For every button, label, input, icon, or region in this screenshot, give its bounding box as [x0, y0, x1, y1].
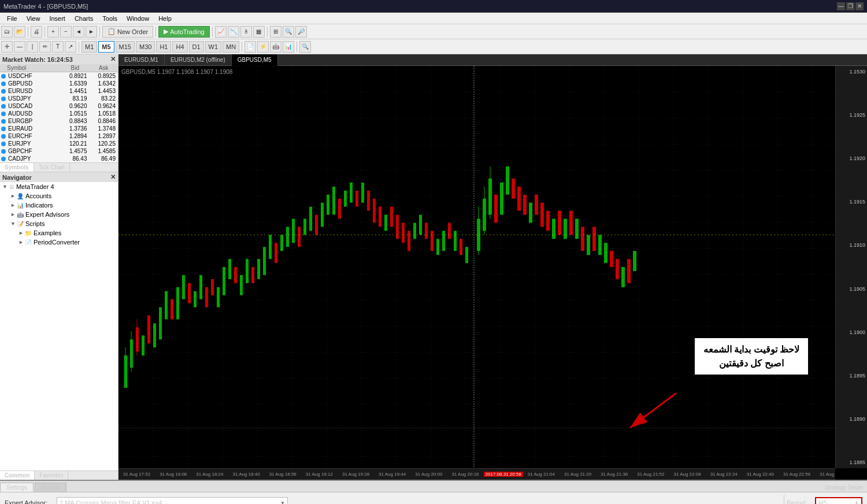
market-watch-close[interactable]: ✕ — [110, 55, 116, 63]
market-watch-row[interactable]: EURJPY 120.21 120.25 — [0, 140, 118, 147]
search-btn[interactable]: 🔍 — [299, 41, 311, 53]
tf-h4[interactable]: H4 — [172, 41, 187, 53]
mw-dot — [1, 142, 6, 146]
svg-rect-70 — [506, 166, 509, 195]
tree-expand-icon[interactable]: ► — [18, 230, 24, 236]
nav-tree-item[interactable]: ► 🤖 Expert Advisors — [0, 210, 118, 219]
tf-d1[interactable]: D1 — [189, 41, 204, 53]
close-btn[interactable]: ✕ — [855, 2, 864, 10]
tf-h1[interactable]: H1 — [156, 41, 171, 53]
indicators-btn[interactable]: 📊 — [283, 41, 294, 53]
menu-charts[interactable]: Charts — [70, 13, 98, 24]
text-btn[interactable]: T — [52, 41, 64, 53]
tf-m15[interactable]: M15 — [116, 41, 135, 53]
market-watch-row[interactable]: EURCHF 1.2894 1.2897 — [0, 132, 118, 140]
chart-btn2[interactable]: 📉 — [228, 26, 239, 38]
zoom-out-btn[interactable]: − — [60, 26, 72, 38]
print-btn[interactable]: 🖨 — [31, 26, 42, 38]
tree-expand-icon[interactable]: ► — [18, 239, 24, 245]
nav-tree-item[interactable]: ► 📊 Indicators — [0, 201, 118, 210]
chart-tab-eurusd-m1[interactable]: EURUSD,M1 — [118, 54, 165, 66]
menu-insert[interactable]: Insert — [45, 13, 70, 24]
tab-journal[interactable]: Journal — [35, 483, 66, 492]
period-sep-btn[interactable]: ⚡ — [257, 41, 269, 53]
chart-tab-gbpusd-m5[interactable]: GBPUSD,M5 — [232, 54, 278, 66]
mw-dot — [1, 81, 6, 86]
market-watch-tabs: Symbols Tick Chart — [0, 162, 118, 172]
chart-btn1[interactable]: 📈 — [215, 26, 227, 38]
chart-svg[interactable] — [118, 66, 835, 468]
open-btn[interactable]: 📂 — [14, 26, 25, 38]
market-watch-row[interactable]: USDCAD 0.9620 0.9624 — [0, 102, 118, 110]
tree-expand-icon[interactable]: ► — [10, 212, 16, 217]
nav-tree-item[interactable]: ► 📁 Examples — [0, 228, 118, 238]
nav-tab-favorites[interactable]: Favorites — [35, 471, 68, 480]
menu-file[interactable]: File — [2, 13, 22, 24]
draw-btn[interactable]: ✏ — [39, 41, 51, 53]
line-btn[interactable]: — — [14, 41, 25, 53]
tf-m30[interactable]: M30 — [136, 41, 155, 53]
chart-tab-eurusd-m2[interactable]: EURUSD,M2 (offline) — [165, 54, 232, 66]
new-order-btn[interactable]: 📋 New Order — [102, 26, 153, 38]
zoom-in2-btn[interactable]: 🔎 — [295, 26, 307, 38]
tf-mn[interactable]: MN — [223, 41, 239, 53]
tree-expand-icon[interactable]: ► — [10, 202, 16, 208]
ea-row: Expert Advisor: 2 MA Crosses Mega filter… — [5, 497, 781, 504]
menu-window[interactable]: Window — [122, 13, 154, 24]
zoom-fit-btn[interactable]: ⊞ — [270, 26, 281, 38]
template-btn[interactable]: 📄 — [244, 41, 256, 53]
minimize-btn[interactable]: — — [837, 2, 845, 10]
menu-help[interactable]: Help — [154, 13, 176, 24]
market-watch-row[interactable]: USDCHF 0.8921 0.8925 — [0, 72, 118, 80]
market-watch: Market Watch: 16:24:53 ✕ Symbol Bid Ask … — [0, 54, 118, 172]
menu-tools[interactable]: Tools — [98, 13, 122, 24]
arr-btn[interactable]: ↗ — [65, 41, 76, 53]
nav-tree-item[interactable]: ▼ 🖥 MetaTrader 4 — [0, 182, 118, 191]
tab-settings[interactable]: Settings — [0, 483, 34, 492]
zoom-in-btn[interactable]: + — [47, 26, 59, 38]
mw-tab-symbols[interactable]: Symbols — [0, 163, 34, 172]
menu-view[interactable]: View — [22, 13, 45, 24]
nav-tree-item[interactable]: ► 👤 Accounts — [0, 191, 118, 201]
nav-right-btn[interactable]: ► — [86, 26, 97, 38]
nav-left-btn[interactable]: ◄ — [73, 26, 84, 38]
chart-btn3[interactable]: 🕯 — [240, 26, 252, 38]
market-watch-row[interactable]: CADJPY 86.43 86.49 — [0, 155, 118, 162]
svg-rect-56 — [419, 215, 422, 235]
chart-canvas[interactable]: GBPUSD,M5 1.1907 1.1908 1.1907 1.1908 — [118, 66, 867, 480]
tf-w1[interactable]: W1 — [205, 41, 222, 53]
autotrading-btn[interactable]: ▶ AutoTrading — [158, 26, 210, 38]
experts-btn[interactable]: 🤖 — [270, 41, 281, 53]
market-watch-row[interactable]: GBPUSD 1.6339 1.6342 — [0, 80, 118, 87]
chart-btn4[interactable]: ▦ — [253, 26, 265, 38]
tf-m5[interactable]: M5 — [98, 41, 114, 53]
window-controls[interactable]: — ❐ ✕ — [837, 2, 864, 10]
market-watch-row[interactable]: EURUSD 1.4451 1.4453 — [0, 87, 118, 95]
mw-tab-tick[interactable]: Tick Chart — [34, 163, 70, 172]
time-20: 31 Aug 23:12 — [815, 472, 835, 477]
maximize-btn[interactable]: ❐ — [846, 2, 854, 10]
market-watch-row[interactable]: GBPCHF 1.4575 1.4585 — [0, 147, 118, 155]
svg-rect-34 — [292, 218, 295, 243]
market-watch-row[interactable]: EURGBP 0.8843 0.8846 — [0, 117, 118, 125]
left-panel: Market Watch: 16:24:53 ✕ Symbol Bid Ask … — [0, 54, 118, 480]
tree-expand-icon[interactable]: ▼ — [10, 221, 16, 227]
navigator-close[interactable]: ✕ — [110, 173, 116, 181]
ea-dropdown[interactable]: 2 MA Crosses Mega filter EA V1.ex4 ▼ — [57, 497, 288, 504]
crosshair-btn[interactable]: ✛ — [1, 41, 13, 53]
new-btn[interactable]: 🗂 — [1, 26, 13, 38]
nav-tree-item[interactable]: ► 📄 PeriodConverter — [0, 238, 118, 247]
tf-m1[interactable]: M1 — [81, 41, 97, 53]
market-watch-row[interactable]: AUDUSD 1.0515 1.0518 — [0, 110, 118, 117]
tree-expand-icon[interactable]: ► — [10, 193, 16, 199]
tree-expand-icon[interactable]: ▼ — [2, 184, 8, 190]
zoom-out2-btn[interactable]: 🔍 — [283, 26, 294, 38]
strategy-content: Expert Advisor: 2 MA Crosses Mega filter… — [0, 492, 867, 504]
period-dropdown[interactable]: M5 ▼ — [815, 497, 862, 504]
nav-tree-item[interactable]: ▼ 📝 Scripts — [0, 219, 118, 228]
market-watch-row[interactable]: USDJPY 83.19 83.22 — [0, 95, 118, 102]
mw-ask: 120.25 — [90, 140, 118, 147]
market-watch-row[interactable]: EURAUD 1.3736 1.3748 — [0, 125, 118, 132]
vline-btn[interactable]: | — [27, 41, 38, 53]
nav-tab-common[interactable]: Common — [0, 471, 35, 480]
